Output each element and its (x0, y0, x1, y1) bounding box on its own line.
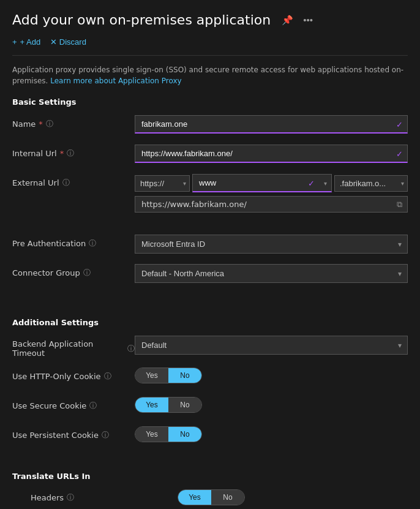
connector-group-label: Connector Group ⓘ (12, 264, 135, 278)
add-icon: + (12, 37, 17, 47)
secure-cookie-toggle-group: Yes No (135, 397, 408, 413)
pre-auth-label: Pre Authentication ⓘ (12, 235, 135, 249)
internal-url-input[interactable] (135, 145, 408, 163)
external-url-display: https://www.fabrikam.one/ ⧉ (135, 196, 408, 213)
backend-timeout-row: Backend Application Timeout ⓘ Default ▾ (12, 336, 408, 358)
description-text: Application proxy provides single sign-o… (12, 64, 408, 86)
internal-url-info-icon: ⓘ (67, 148, 74, 159)
translate-section-title: Translate URLs In (12, 472, 408, 481)
http-only-cookie-label: Use HTTP-Only Cookie ⓘ (12, 368, 135, 382)
name-info-icon: ⓘ (46, 119, 53, 129)
external-url-control: https:// ▾ ✓ ▾ .fabrikam.o... ▾ https (135, 174, 408, 213)
headers-no-btn[interactable]: No (211, 490, 244, 505)
backend-timeout-dropdown[interactable]: Default (135, 336, 408, 355)
connector-group-dropdown[interactable]: Default - North America (135, 264, 408, 283)
http-only-no-btn[interactable]: No (168, 368, 201, 383)
http-only-cookie-row: Use HTTP-Only Cookie ⓘ Yes No (12, 368, 408, 387)
internal-url-label: Internal Url * ⓘ (12, 145, 135, 159)
http-only-yes-btn[interactable]: Yes (135, 368, 168, 383)
backend-timeout-dropdown-wrapper: Default ▾ (135, 336, 408, 355)
connector-group-row: Connector Group ⓘ Default - North Americ… (12, 264, 408, 284)
secure-cookie-toggle: Yes No (135, 397, 202, 413)
pre-auth-dropdown[interactable]: Microsoft Entra ID (135, 235, 408, 254)
persistent-cookie-row: Use Persistent Cookie ⓘ Yes No (12, 426, 408, 446)
external-url-label: External Url ⓘ (12, 174, 135, 188)
name-row: Name * ⓘ ✓ (12, 115, 408, 135)
copy-icon[interactable]: ⧉ (397, 200, 402, 209)
persistent-cookie-yes-btn[interactable]: Yes (135, 427, 168, 442)
https-wrapper: https:// ▾ (135, 174, 190, 192)
internal-url-required: * (60, 149, 64, 158)
domain-select[interactable]: .fabrikam.o... (334, 175, 408, 192)
domain-wrapper: .fabrikam.o... ▾ (334, 174, 408, 192)
http-only-toggle: Yes No (135, 368, 202, 383)
basic-settings-title: Basic Settings (12, 97, 408, 107)
name-check-icon: ✓ (396, 120, 403, 129)
headers-label: Headers ⓘ (31, 492, 178, 503)
pin-button[interactable]: 📌 (279, 13, 296, 27)
headers-toggle: Yes No (178, 489, 245, 505)
https-select[interactable]: https:// (135, 175, 190, 192)
pre-auth-info-icon: ⓘ (89, 238, 96, 249)
http-only-toggle-group: Yes No (135, 368, 408, 383)
header-icons: 📌 ••• (279, 13, 315, 27)
secure-cookie-yes-btn[interactable]: Yes (135, 398, 168, 412)
name-label: Name * ⓘ (12, 115, 135, 129)
learn-more-link[interactable]: Learn more about Application Proxy (50, 77, 181, 85)
pre-auth-row: Pre Authentication ⓘ Microsoft Entra ID … (12, 235, 408, 254)
internal-url-field-wrapper: ✓ (135, 145, 408, 163)
internal-url-row: Internal Url * ⓘ ✓ (12, 145, 408, 164)
headers-info-icon: ⓘ (67, 492, 74, 503)
page-title: Add your own on-premises application (12, 12, 271, 28)
persistent-cookie-toggle: Yes No (135, 426, 202, 442)
additional-settings-title: Additional Settings (12, 318, 408, 327)
add-button[interactable]: + + Add (12, 37, 40, 47)
discard-button[interactable]: ✕ Discard (50, 37, 86, 47)
persistent-cookie-no-btn[interactable]: No (168, 427, 201, 442)
secure-cookie-row: Use Secure Cookie ⓘ Yes No (12, 397, 408, 417)
persistent-cookie-toggle-group: Yes No (135, 426, 408, 442)
external-url-info-icon: ⓘ (62, 178, 70, 188)
persistent-cookie-info-icon: ⓘ (102, 430, 109, 440)
name-field-wrapper: ✓ (135, 115, 408, 134)
secure-cookie-label: Use Secure Cookie ⓘ (12, 397, 135, 411)
external-url-inputs: https:// ▾ ✓ ▾ .fabrikam.o... ▾ (135, 174, 408, 192)
toolbar: + + Add ✕ Discard (12, 37, 408, 56)
secure-cookie-info-icon: ⓘ (89, 401, 97, 411)
ellipsis-icon: ••• (303, 15, 313, 25)
connector-group-info-icon: ⓘ (83, 268, 91, 278)
connector-group-dropdown-wrapper: Default - North America ▾ (135, 264, 408, 283)
headers-row: Headers ⓘ Yes No (12, 489, 408, 505)
more-button[interactable]: ••• (301, 13, 315, 26)
persistent-cookie-label: Use Persistent Cookie ⓘ (12, 426, 135, 440)
backend-timeout-info-icon: ⓘ (127, 344, 135, 354)
headers-yes-btn[interactable]: Yes (178, 490, 211, 505)
http-only-info-icon: ⓘ (104, 371, 111, 382)
pin-icon: 📌 (282, 15, 293, 25)
main-container: Add your own on-premises application 📌 •… (0, 0, 420, 509)
pre-auth-dropdown-wrapper: Microsoft Entra ID ▾ (135, 235, 408, 254)
backend-timeout-label: Backend Application Timeout ⓘ (12, 336, 135, 358)
page-header: Add your own on-premises application 📌 •… (12, 12, 408, 28)
internal-url-check-icon: ✓ (396, 149, 403, 159)
translate-section: Translate URLs In Headers ⓘ Yes No Appli… (12, 472, 408, 509)
name-input[interactable] (135, 115, 408, 134)
subdomain-check-icon: ✓ (308, 179, 315, 188)
secure-cookie-no-btn[interactable]: No (168, 398, 201, 412)
name-required: * (39, 119, 43, 129)
subdomain-wrapper: ✓ ▾ (192, 174, 332, 192)
external-url-row: External Url ⓘ https:// ▾ ✓ ▾ .fab (12, 174, 408, 213)
